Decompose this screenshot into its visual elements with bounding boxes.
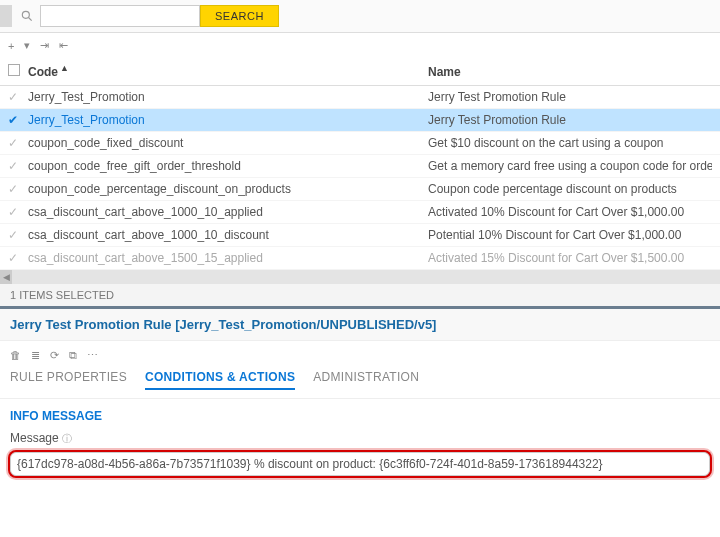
refresh-icon[interactable]: ⟳ — [50, 349, 59, 362]
row-code: csa_discount_cart_above_1000_10_discount — [28, 228, 428, 242]
section-info-message: INFO MESSAGE — [0, 399, 720, 431]
table-row[interactable]: ✓csa_discount_cart_above_1500_15_applied… — [0, 247, 720, 270]
editor-title: Jerry Test Promotion Rule [Jerry_Test_Pr… — [0, 309, 720, 341]
row-check-icon[interactable]: ✓ — [8, 90, 18, 104]
row-check-icon[interactable]: ✔ — [8, 113, 18, 127]
column-header-code[interactable]: Code ▲ — [28, 65, 428, 79]
row-name: Jerry Test Promotion Rule — [428, 113, 712, 127]
row-check-icon[interactable]: ✓ — [8, 251, 18, 265]
table-row[interactable]: ✓coupon_code_percentage_discount_on_prod… — [0, 178, 720, 201]
results-grid: Code ▲ Name ✓Jerry_Test_PromotionJerry T… — [0, 58, 720, 270]
expand-right-icon[interactable]: ⇥ — [40, 39, 49, 52]
grid-toolbar: + ▾ ⇥ ⇤ — [0, 33, 720, 58]
scroll-left-button[interactable]: ◀ — [0, 270, 12, 284]
row-name: Jerry Test Promotion Rule — [428, 90, 712, 104]
svg-point-0 — [22, 11, 29, 18]
split-handle[interactable] — [0, 5, 12, 27]
row-name: Potential 10% Discount for Cart Over $1,… — [428, 228, 712, 242]
list-icon[interactable]: ≣ — [31, 349, 40, 362]
sort-asc-icon: ▲ — [60, 63, 69, 73]
row-code: Jerry_Test_Promotion — [28, 90, 428, 104]
row-name: Get $10 discount on the cart using a cou… — [428, 136, 712, 150]
editor-toolbar: 🗑 ≣ ⟳ ⧉ ⋯ — [0, 341, 720, 370]
tab-administration[interactable]: ADMINISTRATION — [313, 370, 419, 390]
expand-left-icon[interactable]: ⇤ — [59, 39, 68, 52]
search-icon — [20, 9, 34, 23]
table-row[interactable]: ✓coupon_code_free_gift_order_thresholdGe… — [0, 155, 720, 178]
row-name: Activated 15% Discount for Cart Over $1,… — [428, 251, 712, 265]
copy-icon[interactable]: ⧉ — [69, 349, 77, 362]
search-button[interactable]: SEARCH — [200, 5, 279, 27]
select-all-checkbox[interactable] — [8, 64, 20, 76]
column-header-name[interactable]: Name — [428, 65, 712, 79]
search-bar: SEARCH — [0, 0, 720, 33]
row-code: csa_discount_cart_above_1500_15_applied — [28, 251, 428, 265]
horizontal-scrollbar[interactable]: ◀ — [0, 270, 720, 284]
selection-status: 1 ITEMS SELECTED — [0, 284, 720, 306]
row-code: coupon_code_percentage_discount_on_produ… — [28, 182, 428, 196]
message-label-text: Message — [10, 431, 59, 445]
grid-header: Code ▲ Name — [0, 58, 720, 86]
row-code: csa_discount_cart_above_1000_10_applied — [28, 205, 428, 219]
row-name: Activated 10% Discount for Cart Over $1,… — [428, 205, 712, 219]
row-name: Get a memory card free using a coupon co… — [428, 159, 712, 173]
editor-tabs: RULE PROPERTIES CONDITIONS & ACTIONS ADM… — [0, 370, 720, 399]
column-code-label: Code — [28, 65, 58, 79]
row-name: Coupon code percentage discount on produ… — [428, 182, 712, 196]
row-check-icon[interactable]: ✓ — [8, 159, 18, 173]
table-row[interactable]: ✓csa_discount_cart_above_1000_10_discoun… — [0, 224, 720, 247]
message-label: Message ⓘ — [0, 431, 720, 452]
row-check-icon[interactable]: ✓ — [8, 136, 18, 150]
table-row[interactable]: ✔Jerry_Test_PromotionJerry Test Promotio… — [0, 109, 720, 132]
tab-rule-properties[interactable]: RULE PROPERTIES — [10, 370, 127, 390]
table-row[interactable]: ✓coupon_code_fixed_discountGet $10 disco… — [0, 132, 720, 155]
message-field-wrap — [10, 452, 710, 476]
row-check-icon[interactable]: ✓ — [8, 182, 18, 196]
table-row[interactable]: ✓csa_discount_cart_above_1000_10_applied… — [0, 201, 720, 224]
table-row[interactable]: ✓Jerry_Test_PromotionJerry Test Promotio… — [0, 86, 720, 109]
help-icon[interactable]: ⓘ — [62, 433, 72, 444]
delete-icon[interactable]: 🗑 — [10, 349, 21, 362]
row-code: Jerry_Test_Promotion — [28, 113, 428, 127]
collapse-icon[interactable]: ▾ — [24, 39, 30, 52]
svg-line-1 — [29, 18, 32, 21]
search-input[interactable] — [40, 5, 200, 27]
row-code: coupon_code_fixed_discount — [28, 136, 428, 150]
row-check-icon[interactable]: ✓ — [8, 228, 18, 242]
more-icon[interactable]: ⋯ — [87, 349, 98, 362]
add-icon[interactable]: + — [8, 40, 14, 52]
tab-conditions-actions[interactable]: CONDITIONS & ACTIONS — [145, 370, 295, 390]
row-check-icon[interactable]: ✓ — [8, 205, 18, 219]
row-code: coupon_code_free_gift_order_threshold — [28, 159, 428, 173]
message-input[interactable] — [10, 452, 710, 476]
